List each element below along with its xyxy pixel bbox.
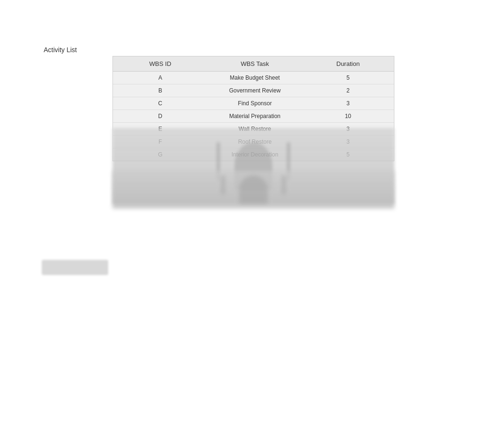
blurred-chart-area-2	[112, 171, 394, 209]
cell-duration: 2	[302, 86, 394, 95]
cell-wbs-task: Find Sponsor	[207, 99, 302, 108]
table-row: AMake Budget Sheet5	[113, 72, 394, 84]
cell-wbs-task: Material Preparation	[207, 112, 302, 120]
cell-duration: 3	[302, 99, 394, 108]
cell-wbs-id: B	[113, 86, 207, 95]
cell-wbs-task: Make Budget Sheet	[207, 74, 302, 82]
cell-wbs-task: Government Review	[207, 86, 302, 95]
cell-wbs-id: A	[113, 74, 207, 82]
cell-wbs-id: C	[113, 99, 207, 108]
table-row: CFind Sponsor3	[113, 97, 394, 110]
page-title: Activity List	[44, 46, 77, 54]
header-wbs-id: WBS ID	[113, 60, 207, 67]
header-wbs-task: WBS Task	[207, 60, 302, 67]
cell-duration: 10	[302, 112, 394, 120]
cell-duration: 5	[302, 74, 394, 82]
header-duration: Duration	[302, 60, 394, 67]
table-row: DMaterial Preparation10	[113, 110, 394, 123]
table-row: BGovernment Review2	[113, 84, 394, 97]
table-header: WBS ID WBS Task Duration	[113, 56, 394, 72]
blurred-bottom-element	[42, 260, 108, 275]
cell-wbs-id: D	[113, 112, 207, 120]
